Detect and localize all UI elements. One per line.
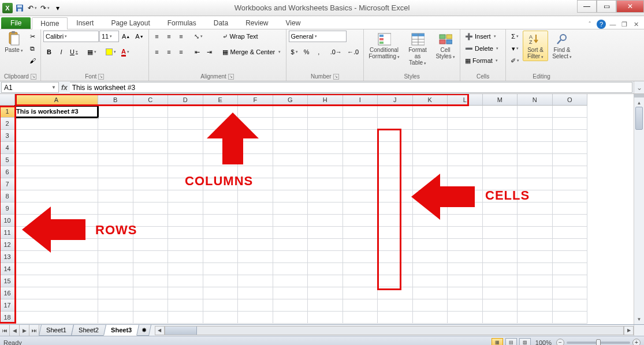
cell-I13[interactable]: [343, 251, 378, 263]
cell-H16[interactable]: [308, 287, 343, 299]
cell-B1[interactable]: [98, 106, 133, 118]
cell-I10[interactable]: [343, 215, 378, 227]
column-header-O[interactable]: O: [553, 94, 588, 106]
cell-E7[interactable]: [203, 178, 239, 190]
cell-L15[interactable]: [448, 275, 483, 287]
cell-E17[interactable]: [203, 299, 239, 312]
cell-H9[interactable]: [308, 202, 343, 215]
cell-I6[interactable]: [343, 166, 378, 178]
cell-G12[interactable]: [273, 239, 308, 251]
cell-K2[interactable]: [413, 118, 448, 130]
undo-button[interactable]: ↶: [27, 2, 38, 14]
cell-O13[interactable]: [553, 251, 588, 263]
cell-K13[interactable]: [413, 251, 448, 263]
cell-H14[interactable]: [308, 263, 343, 275]
cell-H5[interactable]: [308, 154, 343, 166]
maximize-button[interactable]: ▭: [597, 0, 616, 13]
cell-C9[interactable]: [133, 202, 169, 215]
cell-C14[interactable]: [133, 263, 169, 275]
column-header-B[interactable]: B: [98, 94, 133, 106]
cell-C17[interactable]: [133, 299, 169, 312]
align-top-button[interactable]: ≡: [151, 31, 163, 42]
row-header-1[interactable]: 1: [0, 106, 15, 118]
row-header-7[interactable]: 7: [0, 178, 15, 190]
cell-J2[interactable]: [378, 118, 413, 130]
cell-K4[interactable]: [413, 142, 448, 154]
increase-indent-button[interactable]: ⇥: [204, 46, 215, 58]
cell-L12[interactable]: [448, 239, 483, 251]
cell-area[interactable]: This is worksheet #3: [15, 106, 634, 324]
cell-G4[interactable]: [273, 142, 308, 154]
row-header-6[interactable]: 6: [0, 166, 15, 178]
cell-A7[interactable]: [15, 178, 98, 190]
cell-D8[interactable]: [168, 190, 203, 202]
cell-A18[interactable]: [15, 312, 98, 324]
row-header-13[interactable]: 13: [0, 251, 15, 263]
cell-D2[interactable]: [168, 118, 203, 130]
cell-D9[interactable]: [168, 202, 203, 215]
cell-I1[interactable]: [343, 106, 378, 118]
sheet-nav-last-button[interactable]: ⏭: [29, 325, 39, 336]
cell-H4[interactable]: [308, 142, 343, 154]
cell-F14[interactable]: [238, 263, 273, 275]
cell-A16[interactable]: [15, 287, 98, 299]
row-header-3[interactable]: 3: [0, 130, 15, 142]
cell-H7[interactable]: [308, 178, 343, 190]
row-header-18[interactable]: 18: [0, 312, 15, 324]
cell-C16[interactable]: [133, 287, 169, 299]
horizontal-split-handle[interactable]: [634, 325, 644, 336]
horizontal-scroll-thumb[interactable]: [165, 327, 197, 335]
fx-button[interactable]: fx: [61, 84, 68, 92]
cell-D15[interactable]: [168, 275, 203, 287]
select-all-button[interactable]: [0, 94, 15, 106]
cell-A10[interactable]: [15, 215, 98, 227]
cell-C6[interactable]: [133, 166, 169, 178]
cell-G6[interactable]: [273, 166, 308, 178]
orientation-button[interactable]: ⤡: [192, 31, 205, 42]
delete-cells-button[interactable]: ➖Delete: [463, 43, 503, 54]
cell-D10[interactable]: [168, 215, 203, 227]
cell-B14[interactable]: [98, 263, 133, 275]
cell-M17[interactable]: [483, 299, 518, 312]
cell-F6[interactable]: [238, 166, 273, 178]
cell-B17[interactable]: [98, 299, 133, 312]
cell-G17[interactable]: [273, 299, 308, 312]
cell-B15[interactable]: [98, 275, 133, 287]
cell-N12[interactable]: [518, 239, 553, 251]
cell-F16[interactable]: [238, 287, 273, 299]
cell-M5[interactable]: [483, 154, 518, 166]
cell-E12[interactable]: [203, 239, 239, 251]
cell-F8[interactable]: [238, 190, 273, 202]
clear-button[interactable]: ✐: [508, 55, 522, 66]
cell-E2[interactable]: [203, 118, 239, 130]
cell-K7[interactable]: [413, 178, 448, 190]
find-select-button[interactable]: Find & Select: [549, 31, 575, 61]
column-header-D[interactable]: D: [168, 94, 203, 106]
column-header-I[interactable]: I: [343, 94, 378, 106]
cell-N15[interactable]: [518, 275, 553, 287]
column-header-A[interactable]: A: [15, 94, 98, 106]
cell-N18[interactable]: [518, 312, 553, 324]
cell-C5[interactable]: [133, 154, 169, 166]
cell-A6[interactable]: [15, 166, 98, 178]
cell-J7[interactable]: [378, 178, 413, 190]
cell-D13[interactable]: [168, 251, 203, 263]
cell-E8[interactable]: [203, 190, 239, 202]
cell-C11[interactable]: [133, 227, 169, 239]
cell-B4[interactable]: [98, 142, 133, 154]
cell-G10[interactable]: [273, 215, 308, 227]
cell-F5[interactable]: [238, 154, 273, 166]
cell-H18[interactable]: [308, 312, 343, 324]
cell-G9[interactable]: [273, 202, 308, 215]
cell-M12[interactable]: [483, 239, 518, 251]
decrease-decimal-button[interactable]: ←.0: [345, 46, 361, 58]
cell-G16[interactable]: [273, 287, 308, 299]
cell-F15[interactable]: [238, 275, 273, 287]
cell-B18[interactable]: [98, 312, 133, 324]
align-bottom-button[interactable]: ≡: [176, 31, 187, 42]
sheet-nav-next-button[interactable]: ▶: [20, 325, 29, 336]
cell-C18[interactable]: [133, 312, 169, 324]
cell-L11[interactable]: [448, 227, 483, 239]
font-launcher[interactable]: ↘: [98, 74, 104, 80]
cell-M18[interactable]: [483, 312, 518, 324]
